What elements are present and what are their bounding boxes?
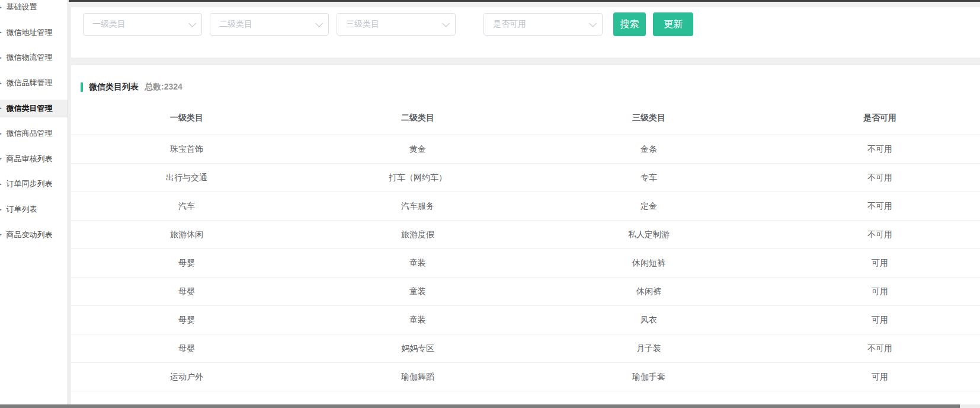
filter-select[interactable]: 是否可用 [483, 13, 603, 36]
sidebar-item-label: 基础设置 [6, 2, 37, 12]
total-count: 总数:2324 [145, 82, 182, 93]
table-cell: 不可用 [764, 230, 980, 240]
filter-select[interactable]: 一级类目 [83, 13, 202, 36]
top-edge-strip [69, 0, 980, 2]
arrow-right-icon: ➤ [0, 4, 2, 11]
sidebar-item-label: 订单同步列表 [6, 179, 52, 189]
arrow-right-icon: ➤ [0, 29, 2, 36]
sidebar-item-label: 微信商品管理 [6, 128, 52, 139]
table-cell: 旅游休闲 [71, 230, 302, 240]
table-cell: 黄金 [302, 144, 533, 155]
arrow-right-icon: ➤ [0, 181, 2, 187]
chevron-down-icon [589, 20, 597, 27]
filter-row: 一级类目 二级类目 三级类目 是否可用 搜索 更新 [71, 7, 980, 36]
search-button[interactable]: 搜索 [613, 12, 646, 36]
sidebar-item[interactable]: ➤ 微信商品管理 [0, 121, 68, 146]
sidebar-item-label: 商品审核列表 [6, 154, 52, 164]
table-cell: 运动户外 [71, 372, 302, 383]
chevron-down-icon [442, 20, 450, 27]
table-cell: 金条 [533, 144, 764, 155]
sidebar: ➤ 基础设置 ➤ 微信地址管理 ➤ 微信物流管理 ➤ 微信品牌管理 ➤ 微信类目… [0, 0, 68, 408]
table-cell: 可用 [764, 372, 980, 383]
table-row: 母婴童装休闲裤可用 [71, 278, 980, 306]
table-cell: 瑜伽舞蹈 [302, 372, 533, 383]
table-cell: 可用 [764, 315, 980, 326]
sidebar-item-label: 微信类目管理 [6, 103, 52, 114]
arrow-right-icon: ➤ [0, 80, 2, 87]
table-cell: 童装 [302, 258, 533, 269]
table-cell: 可用 [764, 258, 980, 269]
arrow-right-icon: ➤ [0, 55, 2, 61]
horizontal-scrollbar-thumb[interactable] [0, 404, 960, 408]
table-row: 母婴妈妈专区月子装不可用 [71, 334, 980, 363]
arrow-right-icon: ➤ [0, 155, 2, 162]
table-cell: 童装 [302, 286, 533, 297]
select-placeholder: 是否可用 [493, 19, 526, 30]
table-header-cell: 是否可用 [764, 113, 980, 123]
horizontal-scrollbar[interactable] [0, 404, 980, 408]
arrow-right-icon: ➤ [0, 130, 2, 137]
table-row: 母婴童装休闲短裤可用 [71, 249, 980, 278]
sidebar-item-label: 商品变动列表 [6, 230, 52, 240]
sidebar-item[interactable]: ➤ 微信物流管理 [0, 45, 68, 71]
table-row: 运动户外瑜伽舞蹈瑜伽手套可用 [71, 363, 980, 391]
sidebar-item[interactable]: ➤ 基础设置 [0, 0, 68, 20]
filter-select[interactable]: 二级类目 [210, 13, 329, 36]
filter-panel: 一级类目 二级类目 三级类目 是否可用 搜索 更新 [71, 7, 980, 58]
arrow-right-icon: ➤ [0, 105, 2, 111]
sidebar-item[interactable]: ➤ 商品变动列表 [0, 222, 68, 247]
accent-bar [81, 82, 83, 92]
table-header-cell: 一级类目 [71, 113, 302, 123]
table-cell: 私人定制游 [533, 230, 764, 240]
arrow-right-icon: ➤ [0, 206, 2, 213]
sidebar-item[interactable]: ➤ 微信地址管理 [0, 20, 68, 46]
sidebar-item[interactable]: ➤ 订单列表 [0, 197, 68, 222]
sidebar-item-label: 微信品牌管理 [6, 78, 52, 88]
panel-title: 微信类目列表 [89, 82, 139, 93]
table-row: 旅游休闲旅游度假私人定制游不可用 [71, 221, 980, 249]
table-cell: 休闲裤 [533, 286, 764, 297]
table-header-cell: 二级类目 [302, 113, 533, 123]
sidebar-menu: ➤ 基础设置 ➤ 微信地址管理 ➤ 微信物流管理 ➤ 微信品牌管理 ➤ 微信类目… [0, 0, 68, 247]
table-cell: 不可用 [764, 201, 980, 212]
table-row: 汽车汽车服务定金不可用 [71, 192, 980, 221]
table-cell: 可用 [764, 286, 980, 297]
table-header-cell: 三级类目 [533, 113, 764, 123]
table-cell: 不可用 [764, 173, 980, 183]
table-cell: 专车 [533, 173, 764, 183]
table-cell: 休闲短裤 [533, 258, 764, 269]
table-cell: 出行与交通 [71, 173, 302, 183]
table-cell: 母婴 [71, 343, 302, 354]
category-table: 一级类目二级类目三级类目是否可用 珠宝首饰黄金金条不可用出行与交通打车（网约车）… [71, 101, 980, 391]
table-cell: 旅游度假 [302, 230, 533, 240]
table-cell: 母婴 [71, 286, 302, 297]
sidebar-item[interactable]: ➤ 商品审核列表 [0, 146, 68, 172]
sidebar-item[interactable]: ➤ 微信类目管理 [0, 95, 68, 121]
select-placeholder: 三级类目 [346, 19, 379, 30]
filter-select[interactable]: 三级类目 [337, 13, 456, 36]
sidebar-item-label: 微信物流管理 [6, 52, 52, 63]
update-button[interactable]: 更新 [653, 12, 693, 36]
table-cell: 汽车 [71, 201, 302, 212]
table-row: 母婴童装风衣可用 [71, 306, 980, 334]
arrow-right-icon: ➤ [0, 231, 2, 238]
table-body: 珠宝首饰黄金金条不可用出行与交通打车（网约车）专车不可用汽车汽车服务定金不可用旅… [71, 135, 980, 391]
table-cell: 汽车服务 [302, 201, 533, 212]
sidebar-item[interactable]: ➤ 订单同步列表 [0, 171, 68, 197]
chevron-down-icon [315, 20, 323, 27]
table-cell: 风衣 [533, 315, 764, 326]
table-cell: 打车（网约车） [302, 173, 533, 183]
table-header-row: 一级类目二级类目三级类目是否可用 [71, 101, 980, 135]
table-cell: 母婴 [71, 258, 302, 269]
table-cell: 不可用 [764, 144, 980, 155]
sidebar-item-label: 订单列表 [6, 204, 37, 215]
table-cell: 定金 [533, 201, 764, 212]
table-row: 珠宝首饰黄金金条不可用 [71, 135, 980, 164]
table-cell: 不可用 [764, 343, 980, 354]
sidebar-item[interactable]: ➤ 微信品牌管理 [0, 71, 68, 96]
category-list-panel: 微信类目列表 总数:2324 一级类目二级类目三级类目是否可用 珠宝首饰黄金金条… [71, 65, 980, 408]
select-placeholder: 二级类目 [219, 19, 252, 30]
table-row: 出行与交通打车（网约车）专车不可用 [71, 164, 980, 192]
table-cell: 月子装 [533, 343, 764, 354]
table-cell: 珠宝首饰 [71, 144, 302, 155]
